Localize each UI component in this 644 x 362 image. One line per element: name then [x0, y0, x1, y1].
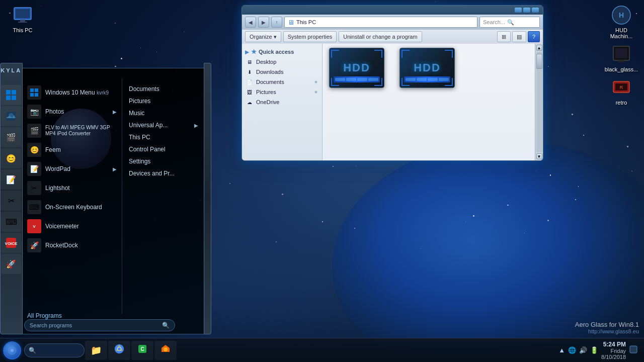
flv-name: FLV to AVI MPEG WMV 3GP MP4 iPod Convert… — [45, 125, 117, 137]
app-icon-rocketdock[interactable]: 🚀 — [1, 254, 21, 274]
start-search-icon: 🔍 — [162, 322, 170, 329]
onscreen-kb-icon: ⌨ — [27, 200, 41, 214]
nav-item-devices[interactable]: Devices and Pr... — [126, 167, 201, 179]
taskbar-file-explorer[interactable]: 📁 — [85, 341, 107, 360]
onedrive-icon-sidebar: ☁ — [246, 99, 253, 106]
app-icon-photos[interactable] — [1, 106, 21, 126]
program-item-rocketdock[interactable]: 🚀 RocketDock — [24, 236, 120, 255]
taskbar-chrome[interactable] — [108, 341, 130, 360]
sidebar-pictures[interactable]: 🖼 Pictures ★ — [242, 87, 322, 97]
app-icon-feem[interactable]: 😊 — [1, 148, 21, 168]
black-glass-label: black_glass... — [605, 66, 638, 72]
window-frame: ◀ ▶ ↑ 🖥 This PC Search... 🔍 Organize ▾ S… — [242, 5, 543, 161]
tray-volume-icon[interactable]: 🔊 — [579, 346, 587, 354]
rocketdock-name: RocketDock — [45, 242, 78, 249]
onscreen-kb-name: On-Screen Keyboard — [45, 204, 102, 211]
program-item-flv[interactable]: 🎬 FLV to AVI MPEG WMV 3GP MP4 iPod Conve… — [24, 121, 120, 140]
window-content: ▶ ★ Quick access 🖥 Desktop ⬇ Downloads 📄… — [242, 44, 543, 160]
tray-notifications[interactable] — [629, 345, 638, 355]
hdd-drive-1[interactable]: HDD — [327, 48, 387, 88]
nav-item-music[interactable]: Music — [126, 107, 201, 119]
search-bar[interactable]: Search... 🔍 — [479, 17, 540, 28]
desktop-icon-this-pc[interactable]: This PC — [5, 5, 40, 33]
program-item-photos[interactable]: 📷 Photos ▶ — [24, 102, 120, 121]
skylab-right-column — [204, 63, 211, 334]
program-item-feem[interactable]: 😊 Feem — [24, 140, 120, 159]
back-button[interactable]: ◀ — [245, 17, 256, 28]
app-icon-lightshot[interactable]: ✂ — [1, 191, 21, 211]
sidebar-onedrive[interactable]: ☁ OneDrive — [242, 97, 322, 107]
program-item-onscreen-kb[interactable]: ⌨ On-Screen Keyboard — [24, 198, 120, 217]
tray-clock[interactable]: 5:24 PM Friday 8/10/2018 — [601, 341, 626, 360]
svg-point-31 — [164, 347, 168, 351]
aero-line2: http://www.glass8.eu — [575, 328, 639, 334]
taskbar-orange-app[interactable] — [154, 341, 177, 360]
feem-icon: 😊 — [27, 143, 41, 157]
tray-show-hidden[interactable]: ▲ — [558, 346, 565, 354]
organize-button[interactable]: Organize ▾ — [245, 31, 281, 42]
hdd-stripe-2 — [404, 76, 450, 82]
nav-item-pictures[interactable]: Pictures — [126, 95, 201, 107]
nav-music-name: Music — [129, 110, 144, 117]
svg-rect-14 — [6, 96, 11, 100]
hdd-drive-2[interactable]: HDD — [397, 48, 457, 88]
tray-network-icon[interactable]: 🌐 — [568, 346, 576, 354]
sidebar-documents[interactable]: 📄 Documents ★ — [242, 77, 322, 87]
quick-access-arrow: ▶ — [245, 49, 249, 55]
address-bar[interactable]: 🖥 This PC — [284, 17, 477, 28]
win-maximize-btn[interactable] — [523, 8, 530, 13]
taskbar: 🔍 📁 C — [0, 338, 644, 362]
scroll-up-btn[interactable]: ▲ — [536, 45, 542, 51]
nav-item-this-pc[interactable]: This PC — [126, 131, 201, 143]
scroll-down-btn[interactable]: ▼ — [536, 153, 542, 159]
taskbar-green-app[interactable]: C — [131, 341, 153, 360]
view-details-btn[interactable]: ⊞ — [497, 31, 511, 42]
uninstall-button[interactable]: Uninstall or change a program — [339, 31, 422, 42]
app-icon-windows[interactable] — [1, 85, 21, 105]
app-icon-wordpad[interactable]: 📝 — [1, 169, 21, 190]
scrollbar[interactable]: ▲ ▼ — [535, 44, 543, 160]
taskbar-search-bar[interactable]: 🔍 — [24, 343, 85, 357]
win-close-btn[interactable] — [532, 8, 539, 13]
desktop-icon-hud[interactable]: H HUDMachin... — [604, 5, 639, 39]
app-icon-onscreen-kb[interactable]: ⌨ — [1, 212, 21, 232]
sidebar-downloads[interactable]: ⬇ Downloads — [242, 67, 322, 77]
program-item-lightshot[interactable]: ✂ Lightshot — [24, 178, 120, 198]
nav-item-universal-apps[interactable]: Universal Ap... ▶ — [126, 119, 201, 131]
program-item-windows10menu[interactable]: Windows 10 Menu kvrk9 — [24, 83, 120, 102]
sidebar: ▶ ★ Quick access 🖥 Desktop ⬇ Downloads 📄… — [242, 44, 323, 160]
start-button[interactable] — [2, 340, 22, 360]
tray-battery-icon[interactable]: 🔋 — [590, 346, 598, 354]
nav-item-documents[interactable]: Documents — [126, 83, 201, 95]
svg-rect-13 — [12, 90, 16, 95]
app-icon-flv[interactable]: 🎬 — [1, 127, 21, 147]
desktop-icon-black-glass[interactable]: black_glass... — [604, 44, 639, 72]
voicemeeter-icon: V — [27, 219, 41, 233]
forward-button[interactable]: ▶ — [258, 17, 269, 28]
quick-access-header[interactable]: ▶ ★ Quick access — [242, 47, 322, 57]
scroll-track[interactable] — [536, 52, 542, 152]
win-minimize-btn[interactable] — [515, 8, 522, 13]
view-list-btn[interactable]: ▤ — [512, 31, 526, 42]
app-icon-voicemeeter[interactable]: VOICE — [1, 233, 21, 253]
system-properties-button[interactable]: System properties — [283, 31, 337, 42]
search-text: Search... — [483, 19, 505, 25]
up-button[interactable]: ↑ — [271, 17, 282, 28]
address-text: This PC — [296, 19, 316, 25]
start-search[interactable]: Search programs 🔍 — [24, 319, 175, 331]
program-item-voicemeeter[interactable]: V Voicemeeter — [24, 217, 120, 236]
hdd-stripe-1 — [334, 76, 380, 82]
programs-list: Windows 10 Menu kvrk9 📷 Photos ▶ 🎬 FLV t… — [24, 83, 120, 309]
svg-rect-23 — [35, 93, 38, 97]
nav-item-settings[interactable]: Settings — [126, 155, 201, 167]
desktop-icon-retro[interactable]: R retro — [604, 77, 639, 106]
tray-date: 8/10/2018 — [601, 354, 626, 360]
feem-name: Feem — [45, 146, 61, 153]
photos-icon: 📷 — [27, 105, 41, 119]
sidebar-desktop[interactable]: 🖥 Desktop — [242, 57, 322, 67]
help-btn[interactable]: ? — [528, 31, 540, 42]
scroll-thumb[interactable] — [536, 54, 542, 69]
svg-text:C: C — [140, 346, 144, 352]
nav-item-control-panel[interactable]: Control Panel — [126, 143, 201, 155]
program-item-wordpad[interactable]: 📝 WordPad ▶ — [24, 159, 120, 178]
